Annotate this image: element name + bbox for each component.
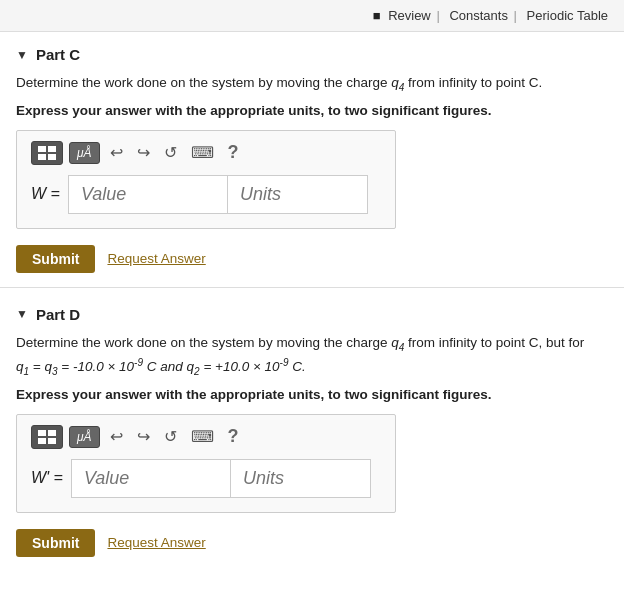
part-c-description: Determine the work done on the system by… <box>16 73 608 95</box>
part-c-value-input[interactable] <box>68 175 228 214</box>
part-d-redo-button[interactable]: ↪ <box>133 425 154 448</box>
top-bar: ■ Review | Constants | Periodic Table <box>0 0 624 32</box>
part-c-collapse-arrow[interactable]: ▼ <box>16 48 28 62</box>
mu-button[interactable]: μÅ <box>69 142 100 164</box>
part-d-action-row: Submit Request Answer <box>16 529 608 557</box>
part-d-mu-button[interactable]: μÅ <box>69 426 100 448</box>
part-d-header: ▼ Part D <box>16 306 608 323</box>
part-c-action-row: Submit Request Answer <box>16 245 608 273</box>
part-c-instruction: Express your answer with the appropriate… <box>16 103 608 118</box>
help-button[interactable]: ? <box>224 142 243 163</box>
reset-button[interactable]: ↺ <box>160 141 181 164</box>
charge-label: q4 <box>391 75 404 90</box>
review-icon: ■ <box>373 8 381 23</box>
part-c-section: ▼ Part C Determine the work done on the … <box>0 32 624 283</box>
part-d-title: Part D <box>36 306 80 323</box>
part-d-grid-button[interactable] <box>31 425 63 449</box>
part-d-collapse-arrow[interactable]: ▼ <box>16 307 28 321</box>
part-c-toolbar: μÅ ↩ ↪ ↺ ⌨ ? <box>31 141 381 165</box>
part-d-keyboard-button[interactable]: ⌨ <box>187 425 218 448</box>
constants-link[interactable]: Constants <box>449 8 508 23</box>
grid-icon <box>38 146 56 160</box>
undo-button[interactable]: ↩ <box>106 141 127 164</box>
part-c-submit-button[interactable]: Submit <box>16 245 95 273</box>
part-c-input-row: W = <box>31 175 381 214</box>
part-d-value-input[interactable] <box>71 459 231 498</box>
part-d-undo-button[interactable]: ↩ <box>106 425 127 448</box>
part-c-answer-box: μÅ ↩ ↪ ↺ ⌨ ? W = <box>16 130 396 229</box>
part-c-header: ▼ Part C <box>16 46 608 63</box>
redo-button[interactable]: ↪ <box>133 141 154 164</box>
part-c-equation-label: W = <box>31 185 60 203</box>
grid-button[interactable] <box>31 141 63 165</box>
part-d-units-input[interactable] <box>231 459 371 498</box>
part-d-charge-label: q4 <box>391 335 404 350</box>
part-c-units-input[interactable] <box>228 175 368 214</box>
part-d-grid-icon <box>38 430 56 444</box>
part-d-toolbar: μÅ ↩ ↪ ↺ ⌨ ? <box>31 425 381 449</box>
keyboard-button[interactable]: ⌨ <box>187 141 218 164</box>
part-d-submit-button[interactable]: Submit <box>16 529 95 557</box>
part-d-reset-button[interactable]: ↺ <box>160 425 181 448</box>
part-d-section: ▼ Part D Determine the work done on the … <box>0 292 624 567</box>
review-link[interactable]: Review <box>388 8 431 23</box>
part-d-input-row: W' = <box>31 459 381 498</box>
part-c-title: Part C <box>36 46 80 63</box>
part-d-description: Determine the work done on the system by… <box>16 333 608 379</box>
periodic-table-link[interactable]: Periodic Table <box>527 8 608 23</box>
section-divider <box>0 287 624 288</box>
part-c-request-answer-button[interactable]: Request Answer <box>107 251 205 266</box>
part-d-instruction: Express your answer with the appropriate… <box>16 387 608 402</box>
part-d-equation-label: W' = <box>31 469 63 487</box>
part-d-request-answer-button[interactable]: Request Answer <box>107 535 205 550</box>
part-d-answer-box: μÅ ↩ ↪ ↺ ⌨ ? W' = <box>16 414 396 513</box>
part-d-help-button[interactable]: ? <box>224 426 243 447</box>
